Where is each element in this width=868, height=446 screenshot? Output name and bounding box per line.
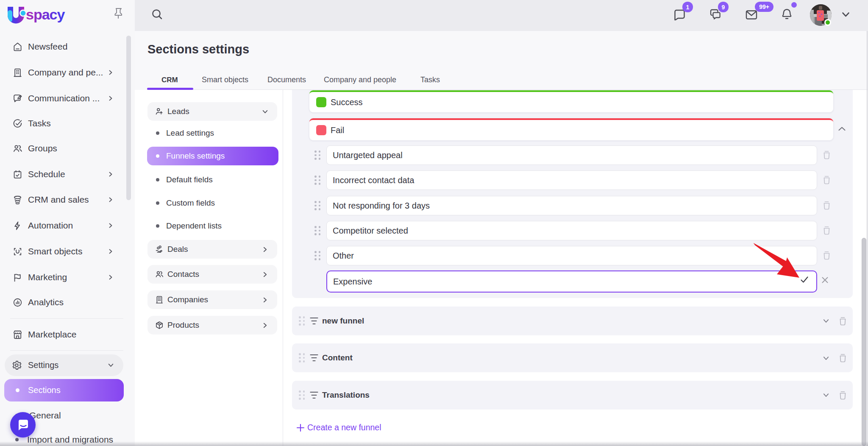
svg-text:spacy: spacy: [26, 6, 65, 22]
